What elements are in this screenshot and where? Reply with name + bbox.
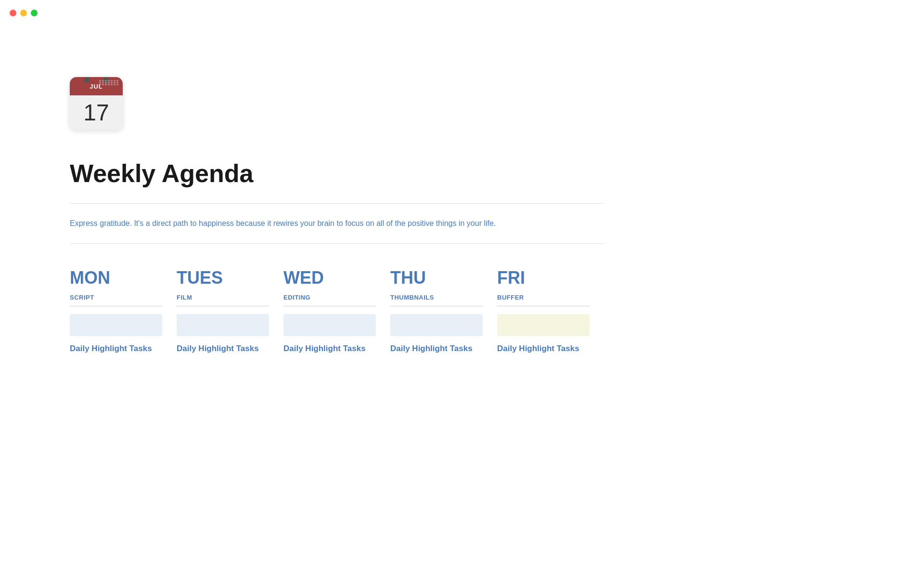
task-divider-tues [177,306,269,306]
highlight-link-wed[interactable]: Daily Highlight Tasks [283,344,366,353]
calendar-day: 17 [83,101,109,124]
task-card-tues [177,314,269,336]
day-task-label-mon: SCRIPT [70,294,162,301]
calendar-header: JUL [70,77,123,95]
highlight-link-mon[interactable]: Daily Highlight Tasks [70,344,152,353]
page-title: Weekly Agenda [70,159,604,188]
day-column-tues: TUES FILM Daily Highlight Tasks [177,268,283,355]
highlight-link-fri[interactable]: Daily Highlight Tasks [497,344,579,353]
calendar-grid [99,80,119,85]
day-column-wed: WED EDITING Daily Highlight Tasks [283,268,390,355]
day-name-thu: THU [390,268,483,288]
traffic-lights [10,10,38,16]
ring-left [84,77,89,83]
days-grid: MON SCRIPT Daily Highlight Tasks TUES FI… [70,268,604,355]
day-name-mon: MON [70,268,162,288]
highlight-link-tues[interactable]: Daily Highlight Tasks [177,344,259,353]
task-card-thu [390,314,483,336]
task-divider-fri [497,306,590,306]
top-divider [70,203,604,204]
day-name-fri: FRI [497,268,590,288]
calendar-body: 17 [70,95,123,130]
day-task-label-wed: EDITING [283,294,376,301]
day-column-thu: THU THUMBNAILS Daily Highlight Tasks [390,268,497,355]
calendar-icon: JUL 17 [70,77,123,130]
day-column-fri: FRI BUFFER Daily Highlight Tasks [497,268,604,355]
highlight-link-thu[interactable]: Daily Highlight Tasks [390,344,473,353]
quote-text: Express gratitude. It's a direct path to… [70,217,599,230]
task-card-mon [70,314,162,336]
bottom-divider [70,243,604,244]
day-name-wed: WED [283,268,376,288]
task-card-fri [497,314,590,336]
fullscreen-button[interactable] [31,10,38,16]
day-column-mon: MON SCRIPT Daily Highlight Tasks [70,268,177,355]
day-name-tues: TUES [177,268,269,288]
day-task-label-tues: FILM [177,294,269,301]
task-divider-wed [283,306,376,306]
task-divider-mon [70,306,162,306]
close-button[interactable] [10,10,16,16]
task-card-wed [283,314,376,336]
main-content: JUL 17 Weekly Agenda Express gratitude. … [0,0,674,383]
day-task-label-thu: THUMBNAILS [390,294,483,301]
task-divider-thu [390,306,483,306]
day-task-label-fri: BUFFER [497,294,590,301]
minimize-button[interactable] [20,10,27,16]
